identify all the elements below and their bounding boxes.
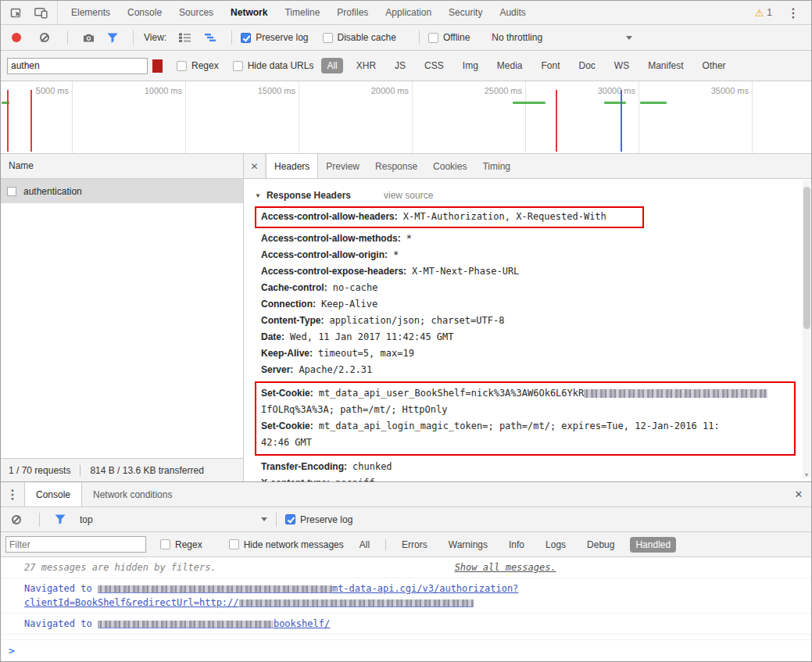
header-name: Access-control-expose-headers: <box>261 266 406 277</box>
headers-scrollbar[interactable]: ▼ <box>803 181 810 478</box>
filter-type-doc[interactable]: Doc <box>574 58 601 73</box>
disclosure-triangle-icon[interactable]: ▼ <box>255 192 261 199</box>
drawer-menu-icon[interactable]: ⋮ <box>1 482 24 506</box>
view-source-link[interactable]: view source <box>384 190 433 201</box>
timeline-gridline <box>752 81 753 153</box>
disable-cache-checkbox[interactable] <box>323 33 333 43</box>
inspect-element-icon[interactable] <box>10 6 23 19</box>
close-drawer-icon[interactable]: ✕ <box>786 482 811 506</box>
clear-requests-button[interactable] <box>40 33 49 42</box>
filter-type-js[interactable]: JS <box>389 58 411 73</box>
filter-type-img[interactable]: Img <box>457 58 484 73</box>
capture-screenshots-icon[interactable] <box>83 33 95 43</box>
network-filter-icon[interactable] <box>107 33 118 43</box>
timeline-gridline <box>185 81 186 153</box>
console-url-link[interactable]: mt-data-api.cgi/v3/authorization? <box>332 583 518 594</box>
filter-type-other[interactable]: Other <box>697 58 732 73</box>
offline-toggle[interactable]: Offline <box>428 32 470 43</box>
preserve-log-checkbox[interactable] <box>241 33 251 43</box>
tab-application[interactable]: Application <box>377 1 440 24</box>
console-level-logs[interactable]: Logs <box>540 537 571 553</box>
drawer-tab-network-conditions[interactable]: Network conditions <box>82 482 183 506</box>
network-filter-input[interactable] <box>7 58 148 74</box>
tab-security[interactable]: Security <box>440 1 491 24</box>
tab-elements[interactable]: Elements <box>63 1 119 24</box>
red-annotation-marker <box>152 59 163 73</box>
list-view-icon[interactable] <box>179 33 191 42</box>
filter-type-xhr[interactable]: XHR <box>351 58 381 73</box>
hide-network-messages-label: Hide network messages <box>244 539 344 550</box>
header-row-set-cookie: Set-Cookie:mt_data_api_login_magic_token… <box>261 418 788 451</box>
header-row: Access-control-allow-headers:X-MT-Author… <box>261 209 606 225</box>
show-all-messages-link[interactable]: Show all messages. <box>455 560 556 574</box>
console-preserve-log-toggle[interactable]: Preserve log <box>285 514 352 525</box>
filter-type-css[interactable]: CSS <box>419 58 449 73</box>
regex-toggle[interactable]: Regex <box>177 60 219 71</box>
warning-icon: ⚠ <box>755 8 764 18</box>
hide-network-messages-checkbox[interactable] <box>229 539 239 549</box>
tab-sources[interactable]: Sources <box>170 1 222 24</box>
tab-headers[interactable]: Headers <box>266 154 318 178</box>
console-level-errors[interactable]: Errors <box>396 537 433 553</box>
filter-type-all[interactable]: All <box>321 58 342 73</box>
overview-view-icon[interactable] <box>204 33 216 42</box>
hide-data-urls-checkbox[interactable] <box>233 61 243 71</box>
tab-preview[interactable]: Preview <box>318 154 367 178</box>
regex-checkbox[interactable] <box>177 61 187 71</box>
header-name: Access-control-allow-headers: <box>261 211 398 222</box>
header-value-continued: 42:46 GMT <box>261 435 788 451</box>
tabbar-right-group: ⚠ 1 ⋮ <box>755 5 811 20</box>
response-headers-section-header[interactable]: ▼ Response Headers view source <box>255 187 811 204</box>
response-headers-title: Response Headers <box>266 190 351 201</box>
tab-response[interactable]: Response <box>367 154 425 178</box>
execution-context-dropdown[interactable]: top <box>80 514 267 525</box>
filter-type-manifest[interactable]: Manifest <box>642 58 689 73</box>
console-regex-toggle[interactable]: Regex <box>160 539 202 550</box>
console-level-info[interactable]: Info <box>503 537 530 553</box>
network-overview-timeline[interactable]: 5000 ms10000 ms15000 ms20000 ms25000 ms3… <box>1 81 811 154</box>
console-regex-checkbox[interactable] <box>160 539 170 549</box>
throttling-dropdown[interactable]: No throttling <box>492 32 632 43</box>
console-level-debug[interactable]: Debug <box>581 537 620 553</box>
console-level-all[interactable]: All <box>354 537 375 553</box>
drawer-tab-console[interactable]: Console <box>24 482 82 506</box>
console-prompt[interactable]: > <box>1 639 811 661</box>
scrollbar-thumb[interactable] <box>803 187 810 329</box>
console-messages: 27 messages are hidden by filters. Show … <box>1 557 811 639</box>
tab-console[interactable]: Console <box>119 1 170 24</box>
disable-cache-toggle[interactable]: Disable cache <box>323 32 396 43</box>
tab-audits[interactable]: Audits <box>491 1 534 24</box>
request-row-authentication[interactable]: authentication <box>1 179 243 203</box>
record-button[interactable] <box>12 33 21 42</box>
tab-timeline[interactable]: Timeline <box>276 1 328 24</box>
console-filter-icon[interactable] <box>55 514 66 524</box>
console-filter-input[interactable] <box>5 536 146 553</box>
filter-type-ws[interactable]: WS <box>609 58 635 73</box>
console-url-link[interactable]: clientId=BookShelf&redirectUrl=http:// <box>24 597 239 608</box>
warnings-counter[interactable]: ⚠ 1 <box>755 7 772 18</box>
timeline-activity-bar <box>604 102 626 104</box>
scroll-down-icon[interactable]: ▼ <box>803 472 810 478</box>
filter-type-font[interactable]: Font <box>536 58 566 73</box>
redacted-url <box>239 599 474 607</box>
hide-network-messages-toggle[interactable]: Hide network messages <box>229 539 344 550</box>
console-url-link[interactable]: bookshelf/ <box>274 618 330 629</box>
preserve-log-toggle[interactable]: Preserve log <box>241 32 308 43</box>
hide-data-urls-toggle[interactable]: Hide data URLs <box>233 60 314 71</box>
offline-checkbox[interactable] <box>428 33 438 43</box>
filter-type-media[interactable]: Media <box>492 58 528 73</box>
device-toolbar-icon[interactable] <box>34 7 48 19</box>
header-value: * <box>393 249 399 260</box>
console-level-warnings[interactable]: Warnings <box>443 537 493 553</box>
main-menu-icon[interactable]: ⋮ <box>783 5 803 20</box>
console-level-handled[interactable]: Handled <box>630 537 676 553</box>
tab-network[interactable]: Network <box>222 1 276 24</box>
tab-timing[interactable]: Timing <box>474 154 518 178</box>
name-column-header[interactable]: Name <box>1 154 243 179</box>
tab-profiles[interactable]: Profiles <box>328 1 377 24</box>
header-value: no-cache <box>333 282 378 293</box>
clear-console-button[interactable] <box>12 515 21 524</box>
close-details-icon[interactable]: ✕ <box>244 154 266 178</box>
tab-cookies[interactable]: Cookies <box>425 154 474 178</box>
console-preserve-log-checkbox[interactable] <box>285 514 295 524</box>
